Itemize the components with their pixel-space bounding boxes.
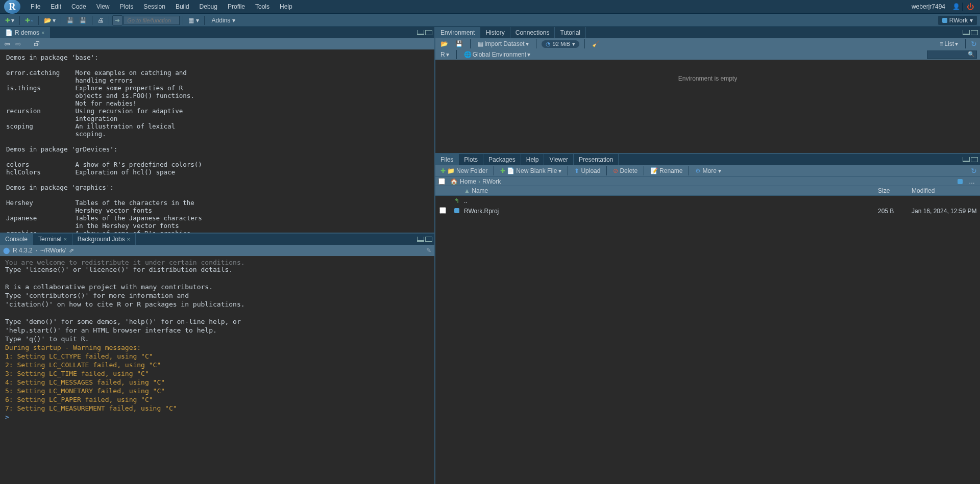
new-project-button[interactable]: ✚▫ xyxy=(23,16,35,25)
source-tab-rdemos[interactable]: 📄 R demos × xyxy=(0,27,50,38)
maximize-pane-button[interactable] xyxy=(971,157,978,162)
project-selector[interactable]: RWork ▾ xyxy=(938,16,977,25)
clear-objects-button[interactable]: 🧹 xyxy=(590,39,602,48)
breadcrumb-folder[interactable]: RWork xyxy=(482,178,501,185)
new-file-button[interactable]: ✚▾ xyxy=(3,16,16,25)
minimize-pane-button[interactable] xyxy=(417,30,424,35)
tab-packages[interactable]: Packages xyxy=(483,154,521,165)
home-icon[interactable]: 🏠 xyxy=(450,178,458,185)
console-pane: Console Terminal× Background Jobs× ⬤ R 4… xyxy=(0,234,434,484)
minimize-pane-button[interactable] xyxy=(963,157,970,162)
sort-asc-icon[interactable]: ▲ xyxy=(464,187,470,194)
popout-icon[interactable]: ⇗ xyxy=(69,247,74,254)
rstudio-logo: R xyxy=(4,0,20,14)
files-breadcrumb: 🏠 Home › RWork … xyxy=(435,176,980,186)
delete-button[interactable]: ⊘Delete xyxy=(611,167,640,175)
language-scope[interactable]: R ▾ xyxy=(438,50,451,59)
file-row[interactable]: RWork.Rproj 205 B Jan 16, 2024, 12:59 PM xyxy=(435,206,980,216)
maximize-pane-button[interactable] xyxy=(425,30,432,35)
menu-view[interactable]: View xyxy=(91,1,115,12)
select-all-checkbox[interactable] xyxy=(438,178,445,185)
close-tab-icon[interactable]: × xyxy=(41,30,44,36)
menu-profile[interactable]: Profile xyxy=(223,1,250,12)
clear-console-button[interactable]: ✎ xyxy=(426,247,431,254)
new-folder-button[interactable]: ✚📁New Folder xyxy=(438,167,489,175)
rename-button[interactable]: 📝Rename xyxy=(648,167,684,175)
menu-edit[interactable]: Edit xyxy=(45,1,66,12)
minimize-pane-button[interactable] xyxy=(417,237,424,242)
menu-help[interactable]: Help xyxy=(275,1,298,12)
file-icon: 📄 xyxy=(5,29,13,36)
console-output[interactable]: You are welcome to redistribute it under… xyxy=(0,256,434,484)
refresh-files-button[interactable]: ↻ xyxy=(971,167,977,175)
col-size[interactable]: Size xyxy=(878,187,912,194)
files-list: ↰ .. RWork.Rproj 205 B Jan 16, 2024, 12:… xyxy=(435,196,980,484)
tab-plots[interactable]: Plots xyxy=(459,154,483,165)
menu-file[interactable]: File xyxy=(26,1,45,12)
menu-debug[interactable]: Debug xyxy=(194,1,223,12)
view-mode-list[interactable]: ≡ List ▾ xyxy=(938,39,960,48)
import-dataset-button[interactable]: ▦ Import Dataset ▾ xyxy=(476,39,531,48)
file-name[interactable]: RWork.Rproj xyxy=(464,208,878,215)
chevron-right-icon: › xyxy=(478,178,480,185)
tab-connections[interactable]: Connections xyxy=(510,27,555,38)
breadcrumb-home[interactable]: Home xyxy=(460,178,476,185)
quit-session-button[interactable]: ⏻ xyxy=(965,3,976,11)
tab-help[interactable]: Help xyxy=(521,154,545,165)
minimize-pane-button[interactable] xyxy=(963,30,970,35)
file-size: 205 B xyxy=(878,208,912,215)
memory-usage[interactable]: ◔92 MiB ▾ xyxy=(542,40,579,48)
goto-file-input[interactable] xyxy=(124,16,180,25)
menu-build[interactable]: Build xyxy=(170,1,194,12)
tab-viewer[interactable]: Viewer xyxy=(544,154,573,165)
tab-console[interactable]: Console xyxy=(0,234,33,245)
refresh-env-button[interactable]: ↻ xyxy=(971,40,977,48)
project-icon xyxy=(942,18,947,23)
show-in-new-window-button[interactable]: 🗗 xyxy=(32,39,42,48)
col-modified[interactable]: Modified xyxy=(912,187,980,194)
project-root-icon[interactable] xyxy=(955,178,965,185)
maximize-pane-button[interactable] xyxy=(971,30,978,35)
tab-presentation[interactable]: Presentation xyxy=(574,154,619,165)
r-lang-icon: ⬤ xyxy=(3,247,10,254)
env-scope-bar: R ▾ 🌐 Global Environment ▾ 🔍 xyxy=(435,49,980,60)
tab-environment[interactable]: Environment xyxy=(435,27,480,38)
menu-session[interactable]: Session xyxy=(138,1,170,12)
file-checkbox[interactable] xyxy=(439,207,446,214)
more-button[interactable]: ⚙More ▾ xyxy=(693,167,723,175)
close-icon[interactable]: × xyxy=(127,236,130,242)
tab-tutorial[interactable]: Tutorial xyxy=(555,27,586,38)
env-scope-global[interactable]: 🌐 Global Environment ▾ xyxy=(462,50,532,59)
menu-tools[interactable]: Tools xyxy=(250,1,275,12)
source-editor[interactable]: Demos in package 'base': error.catching … xyxy=(0,49,434,233)
load-workspace-button[interactable]: 📂 xyxy=(438,39,450,48)
col-name[interactable]: Name xyxy=(472,187,488,194)
menu-plots[interactable]: Plots xyxy=(115,1,139,12)
env-tabrow: Environment History Connections Tutorial xyxy=(435,27,980,38)
files-pane: Files Plots Packages Help Viewer Present… xyxy=(435,154,980,484)
save-workspace-button[interactable]: 💾 xyxy=(453,39,465,48)
working-dir-label[interactable]: ~/RWork/ xyxy=(40,247,66,254)
nav-back-button[interactable]: ⇦ xyxy=(3,40,11,48)
new-blank-file-button[interactable]: ✚📄New Blank File ▾ xyxy=(498,167,564,175)
save-button[interactable]: 💾 xyxy=(64,16,76,25)
source-tabrow: 📄 R demos × xyxy=(0,27,434,38)
tab-terminal[interactable]: Terminal× xyxy=(33,234,72,245)
console-prompt[interactable]: > xyxy=(5,413,9,421)
path-more-button[interactable]: … xyxy=(967,177,977,186)
user-icon[interactable]: 👤 xyxy=(952,3,960,10)
tab-background-jobs[interactable]: Background Jobs× xyxy=(72,234,136,245)
upload-button[interactable]: ⬆Upload xyxy=(572,167,602,175)
workbench-grid-button[interactable]: ▦ ▾ xyxy=(186,16,201,25)
menu-code[interactable]: Code xyxy=(66,1,91,12)
parent-dir-row[interactable]: ↰ .. xyxy=(435,196,980,206)
save-all-button[interactable]: 💾 xyxy=(77,16,89,25)
addins-menu[interactable]: Addins ▾ xyxy=(208,16,239,25)
close-icon[interactable]: × xyxy=(63,236,66,242)
tab-files[interactable]: Files xyxy=(435,154,459,165)
nav-forward-button[interactable]: ⇨ xyxy=(14,40,22,48)
open-file-button[interactable]: 📂▾ xyxy=(42,16,58,25)
maximize-pane-button[interactable] xyxy=(425,237,432,242)
tab-history[interactable]: History xyxy=(480,27,510,38)
print-button[interactable]: 🖨 xyxy=(95,16,106,25)
